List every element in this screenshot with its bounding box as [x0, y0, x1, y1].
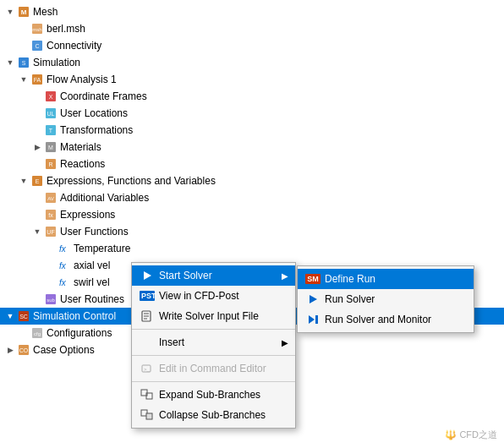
- expand-exprs: [30, 208, 44, 221]
- svg-text:C: C: [35, 43, 39, 49]
- context-menu: Start Solver ▶ SM Define Run Run Solver: [131, 262, 296, 429]
- tree-item-userlocations[interactable]: UL User Locations: [0, 105, 504, 122]
- expand-configurations: [17, 326, 30, 340]
- icon-reactions: R: [44, 157, 58, 171]
- label-temp: Temperature: [74, 243, 130, 254]
- svg-text:M: M: [21, 8, 27, 16]
- tree-item-exprs[interactable]: fx Expressions: [0, 206, 504, 223]
- ctx-icon-expand: [139, 388, 156, 402]
- svg-text:CO: CO: [19, 347, 29, 353]
- icon-berl: msh: [30, 22, 44, 36]
- tree-item-coordframes[interactable]: X Coordinate Frames: [0, 88, 504, 105]
- icon-configurations: cfg: [30, 326, 44, 340]
- svg-text:X: X: [49, 94, 53, 100]
- svg-text:UL: UL: [47, 111, 55, 117]
- svg-text:fx: fx: [48, 212, 53, 218]
- expand-caseoptions[interactable]: ▶: [3, 343, 17, 357]
- ctx-item-view-cfd[interactable]: PST View in CFD-Post: [132, 286, 295, 306]
- icon-fx-axial: fx: [58, 259, 71, 272]
- label-berl: berl.msh: [47, 23, 85, 35]
- icon-userloc: UL: [44, 107, 58, 120]
- svg-text:>_: >_: [144, 367, 151, 372]
- label-userlocations: User Locations: [60, 107, 128, 119]
- ctx-item-expand-branches[interactable]: Expand Sub-Branches: [132, 385, 295, 405]
- label-exprs: Expressions: [60, 209, 115, 221]
- expand-userfunc[interactable]: ▼: [30, 225, 44, 238]
- icon-userroutines: sub: [44, 292, 58, 306]
- badge-sm: SM: [305, 274, 320, 284]
- label-mesh: Mesh: [33, 6, 58, 18]
- label-configurations: Configurations: [47, 327, 112, 339]
- watermark: 🔱 CFD之道: [445, 429, 497, 441]
- badge-pst: PST: [140, 291, 155, 301]
- ctx-item-write-solver[interactable]: Write Solver Input File: [132, 306, 295, 326]
- tree-item-transformations[interactable]: T Transformations: [0, 122, 504, 139]
- expand-expressions[interactable]: ▼: [17, 174, 30, 188]
- expand-flowanalysis[interactable]: ▼: [17, 73, 30, 86]
- ctx-item-start-solver[interactable]: Start Solver ▶ SM Define Run Run Solver: [132, 265, 295, 286]
- ctx-item-insert[interactable]: Insert ▶: [132, 332, 295, 352]
- svg-text:sub: sub: [47, 298, 55, 303]
- icon-fx-swirl: fx: [58, 276, 71, 289]
- ctx-label-view-cfd: View in CFD-Post: [159, 290, 238, 302]
- ctx-icon-write: [139, 309, 156, 323]
- svg-text:SC: SC: [19, 314, 28, 320]
- icon-flowanalysis: FA: [30, 73, 44, 86]
- expand-berl: [17, 22, 30, 36]
- submenu-item-define-run[interactable]: SM Define Run: [298, 269, 474, 289]
- expand-connectivity: [17, 39, 30, 52]
- tree-item-userfunc[interactable]: ▼ UF User Functions: [0, 223, 504, 240]
- ctx-icon-insert: [139, 336, 156, 349]
- tree-item-addvars[interactable]: AV Additional Variables: [0, 189, 504, 206]
- icon-simulation: S: [17, 56, 30, 69]
- icon-expressions: E: [30, 174, 44, 188]
- svg-text:msh: msh: [32, 27, 41, 32]
- svg-marker-41: [309, 315, 315, 324]
- tree-item-mesh[interactable]: ▼ M Mesh: [0, 3, 504, 20]
- tree-item-expressions[interactable]: ▼ E Expressions, Functions and Variables: [0, 172, 504, 189]
- svg-text:M: M: [48, 145, 53, 150]
- watermark-text: CFD之道: [459, 429, 497, 440]
- expand-addvars: [30, 191, 44, 205]
- expand-axialvel: [44, 259, 58, 272]
- svg-text:S: S: [22, 60, 26, 66]
- svg-text:cfg: cfg: [34, 331, 41, 336]
- tree-item-reactions[interactable]: R Reactions: [0, 156, 504, 172]
- svg-text:R: R: [48, 161, 52, 167]
- submenu-icon-sm: SM: [304, 272, 321, 286]
- label-simulation: Simulation: [33, 57, 80, 68]
- tree-item-temp[interactable]: fx Temperature: [0, 240, 504, 257]
- icon-mesh: M: [17, 5, 30, 19]
- submenu-item-run-monitor[interactable]: Run Solver and Monitor: [298, 309, 474, 330]
- ctx-arrow-insert: ▶: [282, 338, 288, 347]
- expand-simcontrol[interactable]: ▼: [3, 309, 17, 323]
- label-addvars: Additional Variables: [60, 192, 149, 204]
- tree-item-materials[interactable]: ▶ M Materials: [0, 139, 504, 156]
- watermark-icon: 🔱: [445, 429, 457, 440]
- tree-item-berl[interactable]: msh berl.msh: [0, 20, 504, 37]
- tree-item-connectivity[interactable]: C Connectivity: [0, 37, 504, 54]
- svg-text:fx: fx: [59, 261, 67, 270]
- ctx-icon-edit: >_: [139, 362, 156, 375]
- expand-materials[interactable]: ▶: [30, 140, 44, 154]
- ctx-label-insert: Insert: [159, 336, 184, 348]
- icon-addvars: AV: [44, 191, 58, 205]
- submenu-item-run-solver[interactable]: Run Solver: [298, 289, 474, 309]
- ctx-separator-3: [132, 381, 295, 382]
- ctx-item-collapse-branches[interactable]: Collapse Sub-Branches: [132, 405, 295, 425]
- icon-coord: X: [44, 90, 58, 103]
- svg-text:T: T: [49, 128, 53, 134]
- ctx-separator-1: [132, 329, 295, 330]
- submenu-icon-run: [304, 292, 321, 306]
- submenu-label-define-run: Define Run: [325, 273, 375, 285]
- label-swirlvel: swirl vel: [74, 276, 110, 288]
- expand-mesh[interactable]: ▼: [3, 5, 17, 19]
- label-axialvel: axial vel: [74, 260, 110, 271]
- tree-item-simulation[interactable]: ▼ S Simulation: [0, 54, 504, 71]
- ctx-icon-pst: PST: [139, 289, 156, 303]
- ctx-label-write-solver: Write Solver Input File: [159, 310, 259, 322]
- expand-simulation[interactable]: ▼: [3, 56, 17, 69]
- main-panel: ▼ M Mesh msh berl.msh C Connectivity: [0, 0, 504, 448]
- tree-item-flowanalysis[interactable]: ▼ FA Flow Analysis 1: [0, 71, 504, 88]
- expand-temp: [44, 242, 58, 255]
